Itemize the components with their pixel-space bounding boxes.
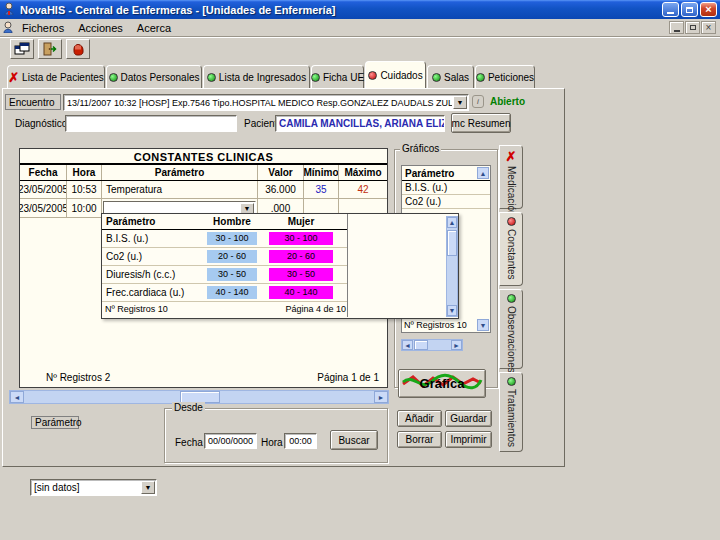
tab-lista-de-ingresados[interactable]: Lista de Ingresados <box>203 65 310 88</box>
green-dot-icon <box>432 73 441 82</box>
column-header-hora: Hora <box>67 165 102 180</box>
cell-hora: 10:53 <box>67 181 102 198</box>
popup-param-name: Diuresis/h (c.c.) <box>106 269 175 280</box>
column-header-valor: Valor <box>258 165 304 180</box>
tab-label: Salas <box>444 72 469 83</box>
minimize-button[interactable] <box>662 2 679 17</box>
menu-acerca[interactable]: Acerca <box>130 21 178 35</box>
list-item[interactable]: Frec.cardiaca (u.) 40 - 140 40 - 140 <box>102 284 347 302</box>
grafica-button[interactable]: Gráfica <box>398 369 486 398</box>
side-tab-medicacion[interactable]: ✗ Medicación <box>499 145 523 209</box>
list-item[interactable]: B.I.S. (u.) <box>402 181 490 195</box>
popup-param-name: Co2 (u.) <box>106 251 142 262</box>
column-header-parametro: Parámetro <box>102 165 258 180</box>
app-icon <box>3 1 16 19</box>
green-dot-icon <box>507 377 516 386</box>
restore-icon <box>686 7 693 13</box>
popup-vertical-scrollbar[interactable]: ▲ ▼ <box>446 216 458 317</box>
exit-door-button[interactable] <box>38 39 62 59</box>
tab-salas[interactable]: Salas <box>427 65 474 88</box>
guardar-button[interactable]: Guardar <box>445 410 492 427</box>
tab-peticiones[interactable]: Peticiones <box>475 65 535 88</box>
chevron-down-icon[interactable]: ▼ <box>240 203 254 214</box>
scroll-left-button[interactable]: ◄ <box>402 340 413 350</box>
stop-hand-icon <box>71 42 85 56</box>
cell-fecha: 23/05/2005 <box>20 199 67 217</box>
list-item[interactable]: Diuresis/h (c.c.) 30 - 50 30 - 50 <box>102 266 347 284</box>
mdi-minimize-icon <box>674 30 680 32</box>
close-button[interactable]: × <box>700 2 717 17</box>
encounter-info-icon[interactable]: i <box>472 95 484 108</box>
hora-label: Hora <box>261 437 283 448</box>
toolbar <box>0 36 720 60</box>
scroll-down-button[interactable]: ▼ <box>447 305 457 316</box>
imprimir-button[interactable]: Imprimir <box>445 431 492 448</box>
minimize-icon <box>667 12 674 14</box>
hombre-range-badge: 30 - 100 <box>207 232 257 245</box>
buscar-button[interactable]: Buscar <box>330 430 378 450</box>
hora-field[interactable]: 00:00 <box>284 433 317 449</box>
graficos-horizontal-scrollbar[interactable]: ◄ ► <box>401 339 463 351</box>
list-item[interactable]: Co2 (u.) 20 - 60 20 - 60 <box>102 248 347 266</box>
list-item[interactable]: B.I.S. (u.) 30 - 100 30 - 100 <box>102 230 347 248</box>
side-tab-label: Medicación <box>506 166 517 217</box>
restore-button[interactable] <box>681 2 698 17</box>
resumen-button[interactable]: mc Resumen <box>451 113 511 133</box>
side-tab-tratamientos[interactable]: Tratamientos <box>499 372 523 452</box>
mujer-range-badge: 20 - 60 <box>269 250 333 263</box>
mdi-restore-button[interactable] <box>685 21 700 34</box>
cascade-windows-button[interactable] <box>10 39 34 59</box>
cell-minimo: 35 <box>304 181 339 198</box>
tab-label: Lista de Ingresados <box>219 72 306 83</box>
side-tab-observaciones[interactable]: Observaciones <box>499 289 523 369</box>
scrollbar-thumb[interactable] <box>414 340 428 350</box>
borrar-button[interactable]: Borrar <box>397 431 442 448</box>
tab-cuidados[interactable]: Cuidados <box>365 61 426 88</box>
mdi-minimize-button[interactable] <box>669 21 684 34</box>
fecha-label: Fecha <box>175 437 203 448</box>
filter-parametro-label: Parámetro <box>31 416 79 429</box>
filter-parametro-value: [sin datos] <box>34 482 80 493</box>
side-tab-constantes[interactable]: Constantes <box>499 212 523 286</box>
cuidados-tab-page: Encuentro 13/11/2007 10:32 [HOSP] Exp.75… <box>2 88 565 467</box>
stop-hand-button[interactable] <box>66 39 90 59</box>
tab-datos-personales[interactable]: Datos Personales <box>106 65 202 88</box>
fecha-field[interactable]: 00/00/0000 <box>204 433 257 449</box>
scroll-left-button[interactable]: ◄ <box>10 391 24 403</box>
menu-ficheros[interactable]: Ficheros <box>15 21 71 35</box>
mujer-range-badge: 30 - 100 <box>269 232 333 245</box>
scroll-down-button[interactable]: ▼ <box>477 319 489 331</box>
chevron-down-icon[interactable]: ▼ <box>141 481 155 494</box>
window-title: NovaHIS - Central de Enfermeras - [Unida… <box>20 4 335 16</box>
list-item[interactable]: Co2 (u.) <box>402 195 490 209</box>
green-dot-icon <box>207 73 216 82</box>
tab-lista-de-pacientes[interactable]: ✗ Lista de Pacientes <box>7 65 105 88</box>
filter-parametro-combobox[interactable]: [sin datos] ▼ <box>30 479 157 496</box>
side-tab-label: Tratamientos <box>506 389 517 447</box>
scroll-up-button[interactable]: ▲ <box>447 217 457 228</box>
encounter-combobox[interactable]: 13/11/2007 10:32 [HOSP] Exp.7546 Tipo.HO… <box>63 94 469 111</box>
tab-ficha-ue[interactable]: Ficha UE <box>311 65 364 88</box>
scroll-right-button[interactable]: ► <box>451 340 462 350</box>
graficos-group-label: Gráficos <box>400 143 441 154</box>
popup-header-hombre: Hombre <box>207 216 257 227</box>
cell-maximo: 42 <box>339 181 387 198</box>
scroll-up-button[interactable]: ▲ <box>477 167 489 179</box>
tab-bar: ✗ Lista de Pacientes Datos Personales Li… <box>0 61 720 88</box>
scroll-right-button[interactable]: ► <box>374 391 388 403</box>
constants-header-row: Fecha Hora Parámetro Valor Mínimo Máximo <box>20 165 387 181</box>
diagnosis-field[interactable] <box>65 115 237 132</box>
popup-footer: Nº Registros 10 Página 4 de 10 <box>102 302 347 317</box>
menu-acciones[interactable]: Acciones <box>71 21 130 35</box>
scrollbar-thumb[interactable] <box>447 230 457 256</box>
table-row[interactable]: 23/05/2005 10:53 Temperatura 36.000 35 4… <box>20 181 387 199</box>
popup-page-indicator: Página 4 de 10 <box>252 304 346 314</box>
chevron-down-icon[interactable]: ▼ <box>453 96 467 109</box>
popup-param-name: Frec.cardiaca (u.) <box>106 287 184 298</box>
green-dot-icon <box>109 73 118 82</box>
hombre-range-badge: 40 - 140 <box>207 286 257 299</box>
patient-field[interactable]: CAMILA MANCILLAS, ARIANA ELIZABETH <box>275 115 445 132</box>
anadir-button[interactable]: Añadir <box>397 410 442 427</box>
mdi-close-button[interactable]: × <box>701 21 716 34</box>
green-dot-icon <box>311 73 320 82</box>
